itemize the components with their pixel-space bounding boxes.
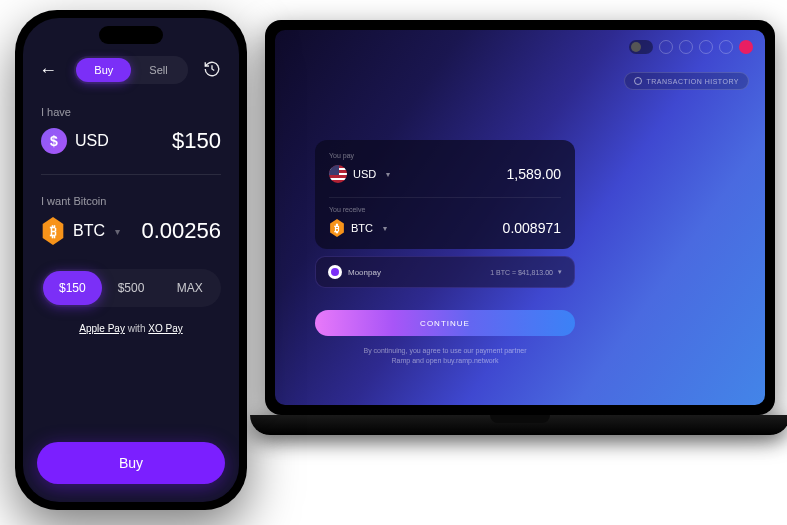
laptop-base bbox=[250, 415, 787, 435]
have-currency-selector[interactable]: $ USD bbox=[41, 128, 109, 154]
laptop-mock: TRANSACTION HISTORY You pay USD ▾ 1,589.… bbox=[265, 20, 775, 450]
usd-icon: $ bbox=[41, 128, 67, 154]
payment-method-line: Apple Pay with XO Pay bbox=[23, 323, 239, 334]
topbar-icon-1[interactable] bbox=[659, 40, 673, 54]
pay-currency-selector[interactable]: USD ▾ bbox=[329, 165, 390, 183]
receive-currency-selector[interactable]: ₿ BTC ▾ bbox=[329, 219, 387, 237]
dynamic-island bbox=[99, 26, 163, 44]
quick-amount-max[interactable]: MAX bbox=[160, 271, 219, 305]
chevron-down-icon: ▾ bbox=[386, 170, 390, 179]
divider bbox=[41, 174, 221, 175]
pay-label: You pay bbox=[329, 152, 561, 159]
buy-button-label: Buy bbox=[119, 455, 143, 471]
usa-flag-icon bbox=[329, 165, 347, 183]
want-section: I want Bitcoin ₿ BTC ▾ 0.00256 bbox=[23, 195, 239, 245]
want-currency-selector[interactable]: ₿ BTC ▾ bbox=[41, 217, 120, 245]
divider bbox=[329, 197, 561, 198]
history-icon bbox=[203, 60, 221, 78]
chevron-down-icon: ▾ bbox=[115, 226, 120, 237]
phone-mock: ← Buy Sell I have $ USD $150 bbox=[15, 10, 247, 510]
provider-rate: 1 BTC = $41,813.00 bbox=[490, 269, 553, 276]
pay-amount[interactable]: 1,589.00 bbox=[507, 166, 562, 182]
topbar-icon-3[interactable] bbox=[699, 40, 713, 54]
avatar[interactable] bbox=[739, 40, 753, 54]
desktop-app: TRANSACTION HISTORY You pay USD ▾ 1,589.… bbox=[275, 30, 765, 405]
chevron-down-icon: ▾ bbox=[558, 268, 562, 276]
continue-button[interactable]: CONTINUE bbox=[315, 310, 575, 336]
provider-selector[interactable]: Moonpay 1 BTC = $41,813.00 ▾ bbox=[315, 256, 575, 288]
xo-pay-link[interactable]: XO Pay bbox=[148, 323, 182, 334]
receive-currency-code: BTC bbox=[351, 222, 373, 234]
btc-icon: ₿ bbox=[329, 219, 345, 237]
want-currency-code: BTC bbox=[73, 222, 105, 240]
moonpay-icon bbox=[328, 265, 342, 279]
mobile-app: ← Buy Sell I have $ USD $150 bbox=[23, 18, 239, 502]
laptop-screen: TRANSACTION HISTORY You pay USD ▾ 1,589.… bbox=[265, 20, 775, 415]
quick-amount-500[interactable]: $500 bbox=[102, 271, 161, 305]
quick-amount-row: $150 $500 MAX bbox=[41, 269, 221, 307]
have-amount[interactable]: $150 bbox=[172, 128, 221, 154]
theme-toggle[interactable] bbox=[629, 40, 653, 54]
topbar-icon-4[interactable] bbox=[719, 40, 733, 54]
tab-buy[interactable]: Buy bbox=[76, 58, 131, 82]
apple-pay-link[interactable]: Apple Pay bbox=[79, 323, 125, 334]
pay-row: You pay USD ▾ 1,589.00 bbox=[329, 152, 561, 183]
quick-amount-150[interactable]: $150 bbox=[43, 271, 102, 305]
back-button[interactable]: ← bbox=[39, 60, 59, 81]
buy-sell-segment: Buy Sell bbox=[74, 56, 187, 84]
transaction-history-label: TRANSACTION HISTORY bbox=[647, 78, 739, 85]
have-label: I have bbox=[41, 106, 221, 118]
tab-sell[interactable]: Sell bbox=[131, 58, 185, 82]
continue-label: CONTINUE bbox=[420, 319, 470, 328]
exchange-card: You pay USD ▾ 1,589.00 You receive bbox=[315, 140, 575, 249]
want-label: I want Bitcoin bbox=[41, 195, 221, 207]
receive-row: You receive ₿ BTC ▾ 0.008971 bbox=[329, 206, 561, 237]
chevron-down-icon: ▾ bbox=[383, 224, 387, 233]
have-section: I have $ USD $150 bbox=[23, 106, 239, 154]
laptop-notch bbox=[490, 415, 550, 423]
receive-label: You receive bbox=[329, 206, 561, 213]
desktop-topbar bbox=[629, 40, 753, 54]
disclaimer-text: By continuing, you agree to use our paym… bbox=[315, 346, 575, 366]
receive-amount[interactable]: 0.008971 bbox=[503, 220, 561, 236]
want-amount[interactable]: 0.00256 bbox=[141, 218, 221, 244]
transaction-history-button[interactable]: TRANSACTION HISTORY bbox=[624, 72, 749, 90]
buy-button[interactable]: Buy bbox=[37, 442, 225, 484]
provider-name: Moonpay bbox=[348, 268, 381, 277]
btc-icon: ₿ bbox=[41, 217, 65, 245]
have-currency-code: USD bbox=[75, 132, 109, 150]
pay-currency-code: USD bbox=[353, 168, 376, 180]
history-button[interactable] bbox=[203, 60, 223, 80]
history-icon bbox=[634, 77, 642, 85]
topbar-icon-2[interactable] bbox=[679, 40, 693, 54]
